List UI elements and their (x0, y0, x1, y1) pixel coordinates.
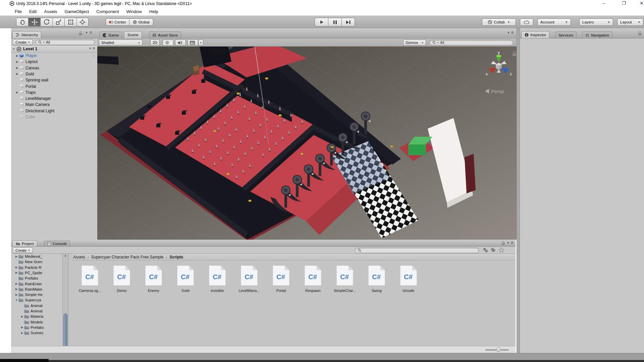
hierarchy-item-portal[interactable]: Portal (11, 83, 97, 89)
rotate-tool-button[interactable] (40, 18, 52, 26)
project-search-input[interactable] (355, 248, 479, 253)
restore-button[interactable]: ❐ (619, 1, 629, 7)
shading-mode-dropdown[interactable]: Shaded ▼ (99, 40, 143, 46)
pause-button[interactable] (328, 18, 341, 26)
hierarchy-item-spnning-wall[interactable]: Spnning wall (11, 77, 97, 83)
hierarchy-item-main-camera[interactable]: Main Camera (11, 102, 97, 108)
foldout-arrow[interactable]: ▶ (14, 266, 18, 269)
close-button[interactable]: ✕ (637, 1, 644, 7)
scene-audio-button[interactable] (175, 40, 186, 46)
2d-toggle-button[interactable]: 2D (150, 40, 160, 46)
foldout-arrow[interactable]: ▶ (20, 315, 24, 318)
asset-invisible[interactable]: C#invisible (202, 265, 233, 293)
folder-rainenter[interactable]: ▶RainEnter (11, 281, 62, 287)
tab-services[interactable]: Services (555, 32, 577, 38)
folder-prefabs[interactable]: Prefabs (11, 276, 62, 281)
asset-cameralog-[interactable]: C#CameraLog... (74, 265, 106, 293)
hierarchy-menu-icon[interactable]: ≡ (90, 30, 92, 35)
tab-asset-store[interactable]: Asset Store (149, 32, 181, 38)
favorites-star-icon[interactable] (498, 247, 504, 253)
asset-levelmana-[interactable]: C#LevelMana... (233, 265, 265, 293)
step-button[interactable] (341, 18, 355, 26)
zoom-slider-thumb[interactable] (496, 347, 501, 352)
play-button[interactable] (315, 18, 328, 26)
tab-navigation[interactable]: Navigation (582, 32, 612, 38)
scene-panel-dropdown-arrow[interactable]: ▼ (507, 31, 510, 34)
hierarchy-item-canvas[interactable]: ▶Canvas (11, 65, 97, 71)
folder-particle-r[interactable]: ▶Particle R (11, 265, 62, 270)
move-tool-button[interactable] (28, 18, 40, 26)
project-menu-icon[interactable]: ≡ (511, 240, 513, 245)
prefab-chevron[interactable]: › (93, 54, 95, 58)
scene-search-input[interactable]: ▼ All (429, 40, 513, 45)
folder-new-scen[interactable]: New Scen (11, 259, 62, 264)
asset-simplechar-[interactable]: C#SimpleChar... (329, 265, 361, 293)
layout-dropdown[interactable]: Layout ▼ (617, 18, 643, 26)
tab-project[interactable]: Project (12, 240, 37, 246)
foldout-arrow[interactable]: ▶ (14, 255, 18, 258)
menu-item-file[interactable]: File (11, 8, 25, 15)
panel-divider[interactable] (517, 28, 520, 353)
folder-scenes[interactable]: ▶Scenes (11, 330, 62, 336)
asset-demo[interactable]: C#Demo (106, 265, 138, 293)
scene-viewport[interactable]: yxzPersp (97, 47, 517, 240)
menu-item-help[interactable]: Help (146, 8, 162, 15)
tab-console[interactable]: Console (44, 241, 70, 246)
folder-rainmake[interactable]: ▶RainMake (11, 287, 62, 292)
account-dropdown[interactable]: Account ▼ (537, 18, 571, 26)
hierarchy-item-gold[interactable]: ▶Gold (11, 71, 97, 77)
search-by-label-icon[interactable] (490, 247, 496, 253)
hierarchy-item-directional-light[interactable]: Directional Light (11, 108, 97, 114)
scene-lighting-button[interactable] (163, 40, 173, 46)
hierarchy-dropdown-arrow[interactable]: ▼ (85, 31, 88, 34)
asset-portal[interactable]: C#Portal (265, 265, 297, 293)
tab-game[interactable]: Game (99, 32, 122, 38)
hierarchy-item-levelmanager[interactable]: LevelManager (11, 96, 97, 102)
folder-pc-spide[interactable]: ▶PC_Spide (11, 270, 62, 276)
asset-unsafe[interactable]: C#Unsafe (393, 265, 424, 293)
foldout-arrow[interactable]: ▼ (14, 299, 18, 302)
foldout-arrow[interactable]: ▶ (20, 326, 24, 329)
foldout-arrow[interactable]: ▶ (14, 293, 18, 296)
menu-item-gameobject[interactable]: GameObject (61, 8, 93, 15)
cloud-button[interactable] (520, 18, 533, 26)
menu-item-edit[interactable]: Edit (25, 8, 40, 15)
folder-materia[interactable]: ▶Materia (11, 314, 62, 319)
hand-tool-button[interactable] (16, 18, 28, 26)
project-create-button[interactable]: Create ▼ (13, 247, 33, 253)
collab-button[interactable]: Collab ▼ (482, 18, 516, 26)
transform-tool-button[interactable] (76, 18, 89, 26)
tree-scrollbar[interactable]: ▲ ▼ (62, 254, 68, 351)
tab-hierarchy[interactable]: Hierarchy (12, 31, 41, 38)
inspector-lock-icon[interactable] (638, 31, 642, 36)
effects-dropdown-arrow[interactable]: ▼ (198, 40, 203, 46)
foldout-arrow[interactable]: ▶ (15, 66, 19, 69)
tab-inspector[interactable]: Inspector (521, 31, 549, 38)
project-dropdown-arrow[interactable]: ▼ (507, 241, 509, 244)
asset-enemy[interactable]: C#Enemy (138, 265, 169, 293)
hierarchy-item-layout[interactable]: ▶Layout (11, 59, 97, 65)
folder-animat[interactable]: Animat (11, 308, 62, 314)
hierarchy-item-traps[interactable]: ▶Traps (11, 89, 97, 96)
scene-effects-button[interactable] (187, 40, 198, 46)
project-lock-icon[interactable] (501, 241, 505, 245)
hierarchy-create-button[interactable]: Create ▼ (13, 39, 33, 45)
scene-header-arrow[interactable]: ▼ (89, 47, 92, 50)
folder-supercya[interactable]: ▼Supercya (11, 297, 62, 303)
minimize-button[interactable]: – (599, 1, 609, 7)
folder-prefabs[interactable]: ▶Prefabs (11, 325, 62, 330)
folder-simple-he[interactable]: ▶Simple He (11, 292, 62, 297)
menu-item-assets[interactable]: Assets (40, 8, 61, 15)
gizmos-dropdown[interactable]: Gizmos ▼ (403, 40, 426, 46)
lock-icon[interactable] (79, 31, 83, 36)
folder-medieval-[interactable]: ▶Medieval_ (11, 254, 62, 259)
hierarchy-item-player[interactable]: ▶Player› (11, 53, 97, 59)
folder-models[interactable]: Models (11, 319, 62, 325)
hierarchy-item-cube[interactable]: Cube (11, 114, 97, 120)
tab-scene[interactable]: Scene (124, 31, 142, 38)
pivot-center-button[interactable]: Center (106, 18, 129, 26)
breadcrumb-supercyan-character-pack-free-sample[interactable]: Supercyan Character Pack Free Sample (91, 255, 163, 259)
folder-animat[interactable]: Animat (11, 303, 62, 308)
foldout-arrow[interactable]: ▶ (15, 60, 19, 63)
menu-item-window[interactable]: Window (123, 8, 146, 15)
